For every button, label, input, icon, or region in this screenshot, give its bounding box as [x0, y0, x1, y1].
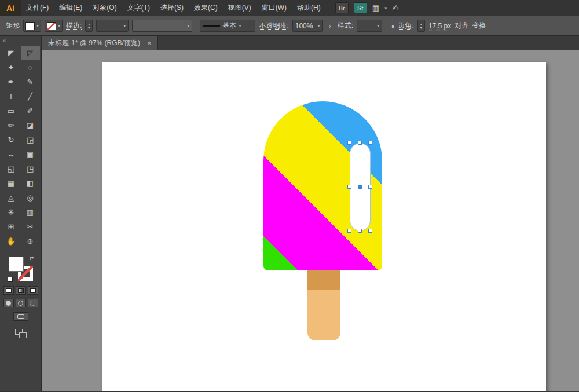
selection-handle-bottom-left[interactable]	[347, 229, 351, 233]
recolor-artwork-icon[interactable]: ◑	[390, 21, 394, 31]
zoom-tool[interactable]: ⊕	[21, 234, 40, 248]
bridge-button[interactable]: Br	[335, 2, 349, 13]
paintbrush-tool[interactable]: ✐	[21, 104, 40, 118]
swap-fill-stroke-icon[interactable]: ⇄	[30, 255, 34, 261]
workspace-layout-icon[interactable]: ▦	[372, 3, 379, 12]
gradient-icon	[18, 288, 24, 293]
free-transform-tool[interactable]: ▣	[21, 147, 40, 162]
eraser-tool[interactable]: ◪	[21, 118, 40, 133]
menu-item[interactable]: 窗口(W)	[256, 0, 292, 16]
selection-handle-middle-right[interactable]	[368, 185, 372, 189]
perspective-grid-tool[interactable]: ◳	[21, 162, 40, 176]
divider	[196, 19, 196, 34]
align-button[interactable]: 对齐	[455, 21, 468, 31]
stroke-profile-dropdown[interactable]: 基本 ▾	[200, 20, 255, 32]
scale-tool[interactable]: ◲	[21, 133, 40, 147]
mesh-tool[interactable]: ▦	[2, 176, 21, 190]
opacity-value: 100%	[295, 22, 313, 30]
workspace: « ◤ ◸ ✦ ◌	[0, 36, 579, 391]
menu-items: 文件(F) 编辑(E) 对象(O) 文字(T) 选择(S) 效果(C) 视图(V…	[21, 0, 326, 16]
opacity-dropdown[interactable]: 100% ▾	[292, 20, 323, 32]
curvature-tool[interactable]: ✎	[21, 75, 40, 89]
artboard[interactable]	[102, 62, 546, 391]
stepper-down-icon[interactable]: ▾	[418, 26, 424, 30]
type-tool[interactable]: T	[2, 89, 21, 104]
gradient-button[interactable]	[16, 286, 26, 295]
rectangle-tool[interactable]: ▭	[2, 104, 21, 118]
fill-swatch-white[interactable]	[9, 257, 24, 272]
stroke-weight-stepper[interactable]: ▴ ▾	[85, 20, 93, 32]
menu-item[interactable]: 编辑(E)	[54, 0, 87, 16]
menu-item[interactable]: 效果(C)	[189, 0, 223, 16]
illustrator-app: Ai 文件(F) 编辑(E) 对象(O) 文字(T) 选择(S) 效果(C) 视…	[0, 0, 579, 392]
popsicle-stick-body	[307, 290, 340, 340]
menu-item[interactable]: 文字(T)	[122, 0, 155, 16]
close-tab-icon[interactable]: ×	[147, 39, 152, 47]
workspace-caret-icon[interactable]: ▾	[384, 5, 387, 11]
rotate-tool[interactable]: ↻	[2, 133, 21, 147]
document-tab-title: 未标题-1* @ 97% (RGB/预览)	[48, 38, 140, 48]
lasso-tool[interactable]: ◌	[21, 60, 40, 75]
corner-value-field[interactable]: 17.5 px	[428, 22, 451, 30]
default-fill-stroke-icon[interactable]	[8, 277, 13, 282]
draw-behind-button[interactable]	[16, 299, 26, 307]
shaper-tool[interactable]: ✏	[2, 118, 21, 133]
menu-item[interactable]: 对象(O)	[87, 0, 122, 16]
popsicle-stick-shape[interactable]	[307, 270, 340, 340]
selection-handle-top-center[interactable]	[358, 141, 362, 145]
corner-label[interactable]: 边角:	[398, 21, 414, 31]
canvas[interactable]	[42, 50, 579, 391]
arrange-documents-icon[interactable]	[15, 329, 27, 338]
shape-builder-tool[interactable]: ◱	[2, 162, 21, 176]
column-graph-tool[interactable]: ▥	[21, 205, 40, 219]
direct-selection-tool[interactable]: ◸	[21, 46, 40, 60]
selection-handle-top-right[interactable]	[368, 141, 372, 145]
fill-color-control[interactable]: ▾	[23, 20, 41, 32]
popsicle-stick-shadow	[307, 270, 340, 290]
caret-down-icon: ▾	[317, 23, 320, 28]
brush-definition-dropdown[interactable]: ▾	[132, 20, 192, 32]
style-dropdown[interactable]: ▾	[357, 20, 382, 32]
slice-tool[interactable]: ✂	[21, 219, 40, 234]
screen-mode-button[interactable]	[13, 312, 28, 321]
touch-workspace-icon[interactable]: ✍	[392, 3, 398, 12]
magic-wand-tool[interactable]: ✦	[2, 60, 21, 75]
stroke-weight-dropdown[interactable]: ▾	[96, 20, 129, 32]
menu-item[interactable]: 文件(F)	[21, 0, 54, 16]
artboard-tool[interactable]: ⊞	[2, 219, 21, 234]
fill-stroke-indicator: ⇄	[8, 255, 34, 282]
none-button[interactable]	[28, 286, 38, 295]
pen-tool[interactable]: ✒	[2, 75, 21, 89]
selection-handle-middle-left[interactable]	[347, 185, 351, 189]
stroke-weight-label[interactable]: 描边:	[66, 21, 82, 31]
selection-tool[interactable]: ◤	[2, 46, 21, 60]
selection-handle-top-left[interactable]	[347, 141, 351, 145]
caret-down-icon: ▾	[123, 23, 126, 28]
stock-button[interactable]: St	[354, 2, 367, 13]
eyedropper-tool[interactable]: ◬	[2, 190, 21, 205]
menu-item[interactable]: 视图(V)	[223, 0, 256, 16]
stroke-color-control[interactable]: ▾	[45, 20, 63, 32]
corner-stepper[interactable]: ▴ ▾	[417, 20, 425, 32]
selection-handle-bottom-right[interactable]	[368, 229, 372, 233]
menu-item[interactable]: 选择(S)	[155, 0, 189, 16]
transform-button[interactable]: 变换	[472, 21, 486, 31]
line-segment-tool[interactable]: ╱	[21, 89, 40, 104]
color-button[interactable]	[3, 286, 14, 295]
selection-handle-bottom-center[interactable]	[358, 229, 362, 233]
opacity-label[interactable]: 不透明度:	[259, 21, 288, 31]
draw-inside-button[interactable]	[28, 299, 38, 307]
opacity-flyout-button[interactable]: ›	[326, 21, 334, 31]
blend-tool[interactable]: ◎	[21, 190, 40, 205]
draw-mode-buttons	[3, 299, 38, 307]
draw-normal-button[interactable]	[3, 299, 14, 307]
width-tool[interactable]: ↔	[2, 147, 21, 162]
selection-center-point[interactable]	[358, 185, 362, 189]
document-tab[interactable]: 未标题-1* @ 97% (RGB/预览) ×	[42, 36, 158, 50]
collapse-panel-chevron[interactable]: «	[0, 36, 41, 46]
menu-item[interactable]: 帮助(H)	[292, 0, 326, 16]
symbol-sprayer-tool[interactable]: ✳	[2, 205, 21, 219]
stepper-down-icon[interactable]: ▾	[86, 26, 92, 30]
gradient-tool[interactable]: ◧	[21, 176, 40, 190]
hand-tool[interactable]: ✋	[2, 234, 21, 248]
